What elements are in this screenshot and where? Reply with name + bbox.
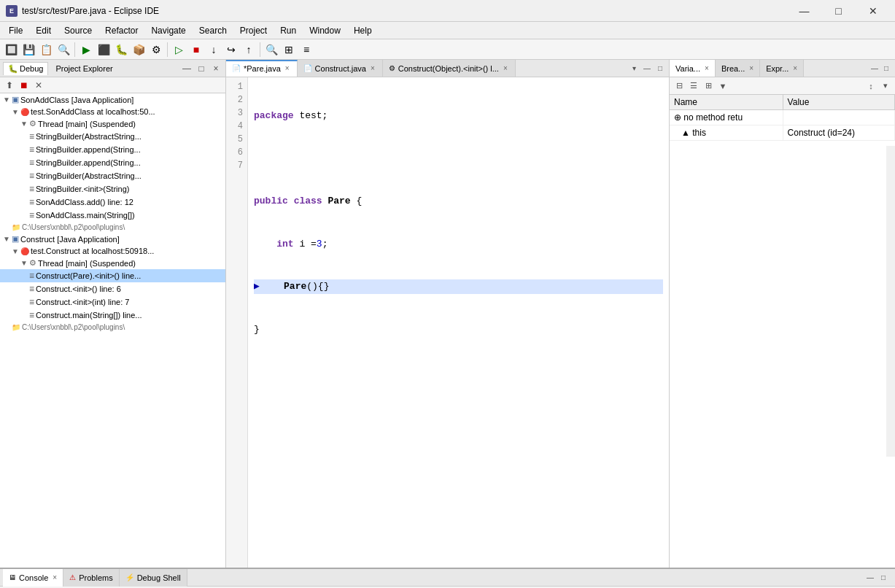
variables-table: Name Value ⊕ no method retu ▲ this Const… [670, 95, 895, 141]
toolbar-search[interactable]: 🔍 [263, 42, 279, 58]
vars-more[interactable]: ▾ [879, 80, 892, 93]
sidebar-disconnect-btn[interactable]: ⏹ [18, 79, 31, 92]
console-maximize[interactable]: □ [877, 572, 889, 584]
tree-construct-process[interactable]: ▼ 🔴 test.Construct at localhost:50918... [0, 245, 225, 257]
code-line-1: package test; [254, 109, 663, 123]
code-line-6: } [254, 322, 663, 337]
sidebar-tab-debug[interactable]: 🐛 Debug [3, 62, 48, 75]
maximize-button[interactable]: □ [822, 0, 855, 22]
sidebar-minimize-btn[interactable]: — [180, 62, 193, 75]
code-editor[interactable]: 1 2 3 4 5 6 7 package test; public class… [226, 77, 669, 568]
right-scrollbar[interactable] [886, 146, 895, 457]
vars-select-all[interactable]: ☰ [687, 80, 700, 93]
tree-construct-thread[interactable]: ▼ ⚙ Thread [main] (Suspended) [0, 257, 225, 269]
menu-source[interactable]: Source [58, 24, 98, 37]
menu-navigate[interactable]: Navigate [145, 24, 191, 37]
vars-filter[interactable]: ▼ [716, 80, 729, 93]
menu-file[interactable]: File [3, 24, 28, 37]
toolbar-btn9[interactable]: ⚙ [148, 42, 164, 58]
tree-sonaddclass[interactable]: ▼ ▣ SonAddClass [Java Application] [0, 93, 225, 106]
right-tab-breakpoints[interactable]: Brea... × [716, 60, 760, 77]
menu-run[interactable]: Run [274, 24, 302, 37]
toolbar-new[interactable]: 🔲 [3, 42, 19, 58]
toolbar-terminate[interactable]: ■ [188, 42, 204, 58]
vars-cell-value-0 [783, 110, 894, 125]
toolbar-save[interactable]: 💾 [20, 42, 36, 58]
sidebar-maximize-btn[interactable]: □ [195, 62, 208, 75]
vars-layout[interactable]: ⊞ [702, 80, 715, 93]
menu-help[interactable]: Help [348, 24, 378, 37]
right-minimize[interactable]: — [869, 63, 880, 74]
vars-row-1[interactable]: ▲ this Construct (id=24) [670, 125, 895, 141]
tree-construct-stack-3[interactable]: ≡ Construct.main(String[]) line... [0, 309, 225, 322]
tree-stack-5[interactable]: ≡ SonAddClass.add() line: 12 [0, 196, 225, 209]
menu-search[interactable]: Search [193, 24, 233, 37]
editor-tabs-menu[interactable]: ▾ [628, 63, 640, 74]
tree-stack-3[interactable]: ≡ StringBuilder(AbstractString... [0, 169, 225, 182]
menu-window[interactable]: Window [303, 24, 346, 37]
toolbar-stop[interactable]: ⬛ [96, 42, 112, 58]
toolbar-btn4[interactable]: 🔍 [55, 42, 71, 58]
right-tab-variables[interactable]: Varia... × [670, 60, 716, 77]
tree-construct[interactable]: ▼ ▣ Construct [Java Application] [0, 233, 225, 245]
editor-minimize[interactable]: — [641, 63, 653, 74]
tree-path-1: 📁 C:\Users\xnbbl\.p2\pool\plugins\ [0, 222, 225, 233]
app-icon: E [6, 5, 18, 17]
tree-stack-6[interactable]: ≡ SonAddClass.main(String[]) [0, 209, 225, 222]
tree-path-2: 📁 C:\Users\xnbbl\.p2\pool\plugins\ [0, 322, 225, 333]
vars-collapse-all[interactable]: ⊟ [673, 80, 686, 93]
menu-refactor[interactable]: Refactor [99, 24, 144, 37]
sidebar-tab-explorer[interactable]: Project Explorer [51, 63, 117, 74]
right-tab-expressions[interactable]: Expr... × [760, 60, 804, 77]
minimize-button[interactable]: ― [788, 0, 821, 22]
editor-tab-construct-init[interactable]: ⚙ Construct(Object).<init>() l... × [383, 60, 516, 77]
toolbar-step-return[interactable]: ↑ [241, 42, 257, 58]
editor-tab-pare[interactable]: 📄 *Pare.java × [226, 60, 298, 77]
tab-close-pare[interactable]: × [284, 64, 291, 72]
tree-construct-stack-1[interactable]: ≡ Construct.<init>() line: 6 [0, 282, 225, 295]
tree-sonaddclass-process[interactable]: ▼ 🔴 test.SonAddClass at localhost:50... [0, 106, 225, 117]
editor-area: 📄 *Pare.java × 📄 Construct.java × ⚙ Cons… [226, 60, 669, 568]
bottom-tab-console[interactable]: 🖥 Console × [3, 569, 63, 587]
tree-stack-2[interactable]: ≡ StringBuilder.append(String... [0, 156, 225, 169]
tree-sonaddclass-thread[interactable]: ▼ ⚙ Thread [main] (Suspended) [0, 117, 225, 130]
toolbar-perspective[interactable]: ⊞ [281, 42, 297, 58]
toolbar-btn-extra[interactable]: ≡ [298, 42, 314, 58]
editor-tabs-right: ▾ — □ [628, 63, 669, 74]
editor-tab-construct[interactable]: 📄 Construct.java × [298, 60, 383, 77]
bottom-tab-debug-shell[interactable]: ⚡ Debug Shell [120, 569, 187, 587]
variables-area: Name Value ⊕ no method retu ▲ this Const… [670, 95, 895, 568]
vars-row-0: ⊕ no method retu [670, 110, 895, 125]
close-button[interactable]: ✕ [856, 0, 889, 22]
toolbar-debug[interactable]: 🐛 [113, 42, 129, 58]
tree-construct-stack-2[interactable]: ≡ Construct.<init>(int) line: 7 [0, 295, 225, 309]
vars-cell-name-1[interactable]: ▲ this [670, 125, 783, 141]
title-bar-controls[interactable]: ― □ ✕ [788, 0, 889, 22]
menu-project[interactable]: Project [234, 24, 273, 37]
tree-stack-0[interactable]: ≡ StringBuilder(AbstractString... [0, 130, 225, 143]
editor-maximize[interactable]: □ [654, 63, 666, 74]
bottom-tab-problems[interactable]: ⚠ Problems [63, 569, 119, 587]
toolbar-step-over[interactable]: ↪ [223, 42, 239, 58]
code-line-2 [254, 152, 663, 166]
sidebar-remove-btn[interactable]: ✕ [32, 79, 45, 92]
toolbar-btn3[interactable]: 📋 [38, 42, 54, 58]
tab-close-construct[interactable]: × [369, 64, 376, 72]
toolbar-step-into[interactable]: ↓ [206, 42, 222, 58]
sidebar-close-btn[interactable]: × [209, 62, 222, 75]
toolbar-resume[interactable]: ▷ [171, 42, 187, 58]
tree-construct-stack-0[interactable]: ≡ Construct(Pare).<init>() line... [0, 269, 225, 282]
tree-stack-4[interactable]: ≡ StringBuilder.<init>(String) [0, 182, 225, 196]
sidebar-collapse-btn[interactable]: ⬆ [3, 79, 16, 92]
tab-close-init[interactable]: × [502, 64, 509, 72]
vars-sort[interactable]: ↕ [864, 80, 877, 93]
toolbar-run[interactable]: ▶ [78, 42, 94, 58]
toolbar-btn8[interactable]: 📦 [131, 42, 147, 58]
code-content[interactable]: package test; public class Pare { int i … [248, 77, 669, 568]
right-panel: Varia... × Brea... × Expr... × — □ ⊟ ☰ ⊞… [669, 60, 895, 568]
console-minimize[interactable]: — [864, 572, 876, 584]
tree-stack-1[interactable]: ≡ StringBuilder.append(String... [0, 143, 225, 156]
title-bar: E test/src/test/Pare.java - Eclipse IDE … [0, 0, 895, 22]
right-maximize[interactable]: □ [880, 63, 892, 74]
menu-edit[interactable]: Edit [30, 24, 57, 37]
